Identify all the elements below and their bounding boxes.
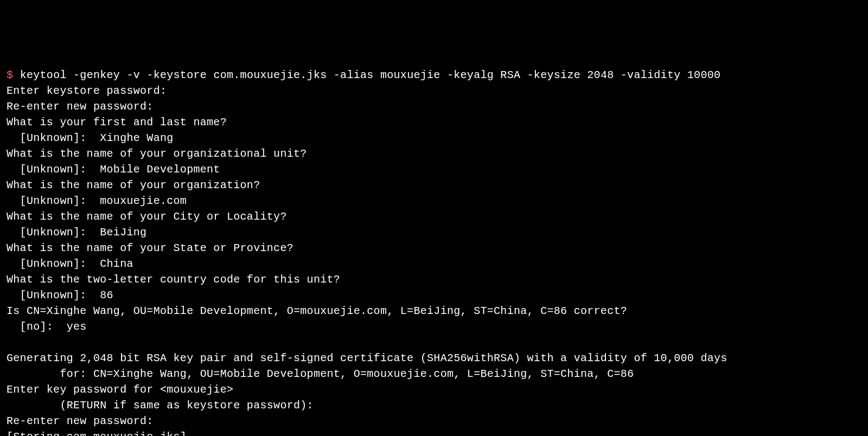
terminal-line: Re-enter new password: bbox=[7, 100, 154, 113]
terminal-line: Enter keystore password: bbox=[7, 85, 167, 97]
terminal-line: What is the name of your organizational … bbox=[7, 148, 307, 160]
terminal-line: Re-enter new password: bbox=[7, 415, 154, 427]
terminal-line: Generating 2,048 bit RSA key pair and se… bbox=[7, 352, 727, 364]
terminal-line: What is the name of your City or Localit… bbox=[7, 210, 287, 223]
prompt-symbol: $ bbox=[7, 69, 13, 81]
terminal-output[interactable]: $ keytool -genkey -v -keystore com.mouxu… bbox=[7, 67, 861, 436]
terminal-line: [Unknown]: Xinghe Wang bbox=[7, 132, 174, 144]
terminal-line: What is your first and last name? bbox=[7, 116, 227, 129]
terminal-line: [Unknown]: BeiJing bbox=[7, 226, 146, 239]
terminal-line: [Unknown]: China bbox=[7, 258, 133, 270]
terminal-line: Is CN=Xinghe Wang, OU=Mobile Development… bbox=[7, 305, 627, 317]
terminal-line: What is the name of your State or Provin… bbox=[7, 242, 293, 254]
terminal-line: [Unknown]: 86 bbox=[7, 289, 113, 302]
terminal-line: What is the two-letter country code for … bbox=[7, 273, 340, 286]
terminal-line: for: CN=Xinghe Wang, OU=Mobile Developme… bbox=[7, 368, 634, 380]
command-line: keytool -genkey -v -keystore com.mouxuej… bbox=[20, 69, 721, 81]
terminal-line: [no]: yes bbox=[7, 320, 87, 333]
terminal-line: Enter key password for <mouxuejie> bbox=[7, 383, 233, 396]
terminal-line: (RETURN if same as keystore password): bbox=[7, 399, 314, 412]
terminal-line: [Unknown]: mouxuejie.com bbox=[7, 195, 187, 207]
terminal-line: [Unknown]: Mobile Development bbox=[7, 163, 220, 176]
terminal-line: [Storing com.mouxuejie.jks] bbox=[7, 431, 187, 436]
terminal-line: What is the name of your organization? bbox=[7, 179, 260, 191]
